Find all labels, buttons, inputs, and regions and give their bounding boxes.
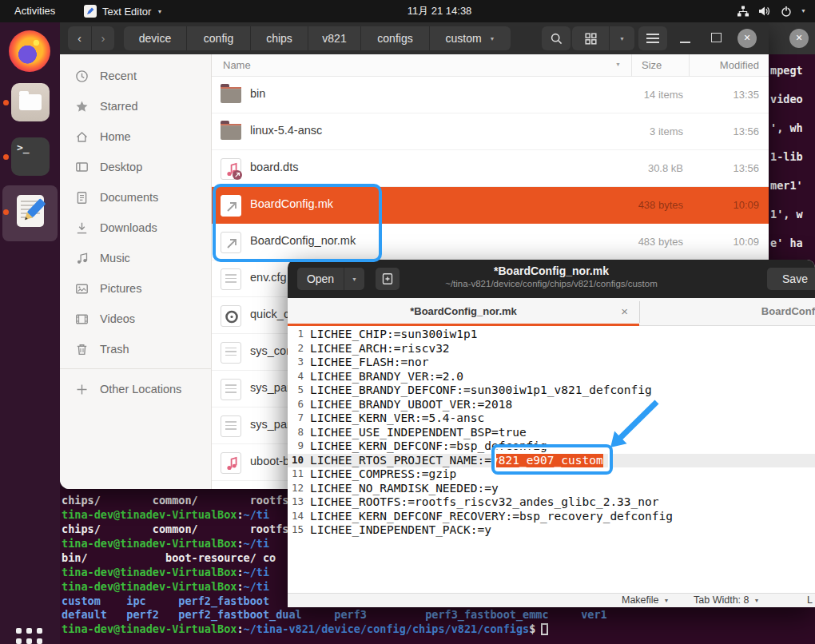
breadcrumb: device config chips v821 configs custom▼ <box>124 26 511 50</box>
firefox-dock-icon[interactable] <box>9 30 50 72</box>
hamburger-icon <box>646 34 659 43</box>
files-running-dot <box>3 100 9 105</box>
sidebar-item-music[interactable]: Music <box>60 243 212 273</box>
clock[interactable]: 11月 21 14:38 <box>376 0 503 22</box>
editor-subtitle: ~/tina-v821/device/config/chips/v821/con… <box>408 279 695 288</box>
terminal-close-button[interactable]: × <box>789 29 809 48</box>
symlink-badge-icon <box>233 170 242 180</box>
text-file-icon <box>220 414 242 438</box>
files-close-button[interactable]: × <box>737 29 757 48</box>
breadcrumb-config[interactable]: config <box>186 26 250 50</box>
sidebar-item-desktop[interactable]: Desktop <box>60 152 212 182</box>
text-file-icon <box>220 267 242 291</box>
tab-boardconfig-nor[interactable]: *BoardConfig_nor.mk × <box>288 298 639 326</box>
tab-width-selector[interactable]: Tab Width: 8▼ <box>694 594 759 606</box>
save-button[interactable]: Save <box>767 268 815 290</box>
tab-close-icon[interactable]: × <box>621 304 628 318</box>
sidebar-item-videos[interactable]: Videos <box>60 304 212 334</box>
plus-icon <box>75 383 89 396</box>
editor-title: *BoardConfig_nor.mk <box>408 264 695 277</box>
breadcrumb-configs[interactable]: configs <box>360 26 429 50</box>
forward-button[interactable]: › <box>91 26 114 50</box>
terminal-titlebar: × <box>769 22 815 54</box>
volume-icon[interactable] <box>757 5 770 18</box>
text-file-icon <box>220 340 242 364</box>
sidebar-item-documents[interactable]: Documents <box>60 182 212 213</box>
terminal-prompt-line: tina-dev@tinadev-VirtualBox:~/ti <box>62 537 269 550</box>
file-row-board-dts[interactable]: board.dts 30.8 kB 13:56 <box>212 150 769 187</box>
folder-icon <box>19 94 42 110</box>
app-menu[interactable]: Text Editor ▼ <box>84 0 162 22</box>
sidebar-item-other-locations[interactable]: Other Locations <box>60 374 212 404</box>
desktop-icon <box>75 161 89 174</box>
dock: >_ <box>0 22 60 644</box>
open-button[interactable]: Open <box>297 268 344 290</box>
breadcrumb-custom[interactable]: custom▼ <box>429 26 511 50</box>
annotation-highlight-box-selection <box>491 444 613 475</box>
window-title[interactable]: *BoardConfig_nor.mk ~/tina-v821/device/c… <box>408 264 695 288</box>
maximize-button[interactable] <box>711 33 722 42</box>
network-icon[interactable] <box>737 5 749 18</box>
folder-icon <box>220 120 242 144</box>
grid-icon <box>585 33 597 45</box>
sidebar-item-label: Downloads <box>100 221 157 234</box>
sidebar-item-label: Pictures <box>100 282 141 295</box>
sidebar-item-label: Documents <box>100 191 158 204</box>
disc-file-icon <box>220 304 242 328</box>
cursor-position[interactable]: L <box>807 594 813 606</box>
language-selector[interactable]: Makefile▼ <box>622 594 669 606</box>
show-applications-button[interactable] <box>16 628 45 644</box>
file-row-bin[interactable]: bin 14 items 13:35 <box>212 77 769 113</box>
file-row-linux[interactable]: linux-5.4-ansc 3 items 13:56 <box>212 113 769 150</box>
terminal-dock-icon[interactable]: >_ <box>11 137 50 176</box>
sidebar-item-downloads[interactable]: Downloads <box>60 213 212 243</box>
sidebar-item-pictures[interactable]: Pictures <box>60 273 212 304</box>
column-name[interactable]: Name <box>223 59 251 71</box>
search-icon <box>551 33 563 45</box>
search-button[interactable] <box>542 26 570 50</box>
activities-button[interactable]: Activities <box>10 0 60 22</box>
terminal-prompt-line: tina-dev@tinadev-VirtualBox:~/tina-v821/… <box>62 622 548 635</box>
back-button[interactable]: ‹ <box>68 26 91 50</box>
column-divider <box>689 54 690 77</box>
column-size[interactable]: Size <box>642 59 662 71</box>
open-button-group: Open ▼ <box>297 268 364 290</box>
sidebar-item-home[interactable]: Home <box>60 121 212 152</box>
system-menu-chevron-icon[interactable]: ▼ <box>801 8 806 14</box>
minimize-button[interactable] <box>680 42 690 43</box>
editor-statusbar: Makefile▼ Tab Width: 8▼ L <box>288 593 815 607</box>
chevron-down-icon: ▼ <box>352 276 357 282</box>
open-dropdown-button[interactable]: ▼ <box>344 268 364 290</box>
sidebar-item-label: Desktop <box>100 161 142 173</box>
sidebar-item-starred[interactable]: Starred <box>60 91 212 121</box>
files-dock-icon[interactable] <box>11 83 50 121</box>
terminal-ls-line: chips/ common/ rootfs_t <box>62 523 302 535</box>
terminal-running-dot <box>3 154 9 160</box>
text-editor-dock-icon[interactable] <box>11 192 50 230</box>
star-icon <box>75 100 89 113</box>
menu-button[interactable] <box>638 26 667 50</box>
breadcrumb-device[interactable]: device <box>124 26 186 50</box>
audio-file-icon <box>220 451 242 475</box>
annotation-highlight-box-files <box>213 184 382 262</box>
sidebar-item-label: Trash <box>100 343 129 356</box>
breadcrumb-chips[interactable]: chips <box>250 26 308 50</box>
view-options-button[interactable]: ▼ <box>609 26 634 50</box>
trash-icon <box>75 343 89 356</box>
power-icon[interactable] <box>780 5 793 18</box>
app-menu-label: Text Editor <box>102 6 151 18</box>
tab-boardconfig[interactable]: BoardConf <box>639 305 815 317</box>
chevron-down-icon: ▼ <box>490 36 495 42</box>
grid-view-button[interactable] <box>572 26 609 50</box>
sidebar-item-trash[interactable]: Trash <box>60 334 212 364</box>
sidebar-item-label: Other Locations <box>100 383 181 396</box>
terminal-text: mer1' <box>770 179 803 192</box>
editor-tabbar: *BoardConfig_nor.mk × BoardConf <box>288 298 815 326</box>
column-modified[interactable]: Modified <box>720 59 759 71</box>
file-list-header: Name ▼ Size Modified <box>212 54 769 77</box>
sidebar-item-label: Recent <box>100 70 137 82</box>
breadcrumb-v821[interactable]: v821 <box>308 26 360 50</box>
new-tab-button[interactable] <box>376 268 400 290</box>
sidebar-item-recent[interactable]: Recent <box>60 61 212 91</box>
text-file-icon <box>220 377 242 401</box>
